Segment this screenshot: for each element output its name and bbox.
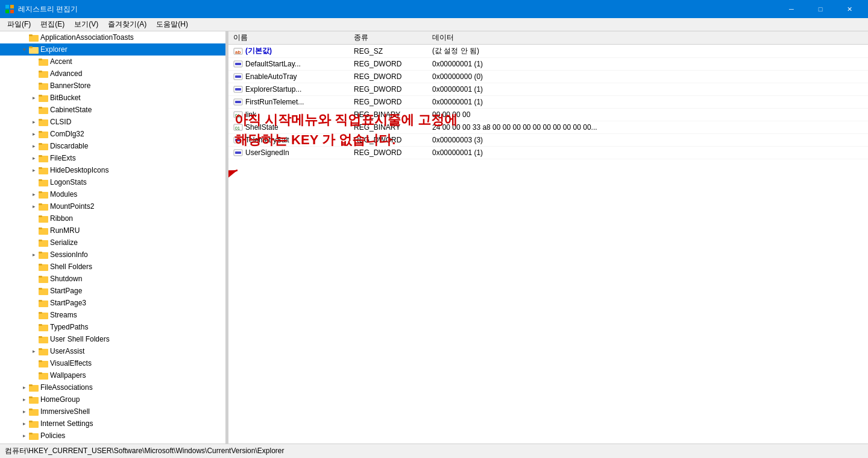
col-name[interactable]: 이름 xyxy=(228,31,349,45)
expand-icon-appAssocToasts[interactable] xyxy=(19,33,29,42)
menu-view[interactable]: 보기(V) xyxy=(69,18,103,31)
tree-item-serialize[interactable]: Serialize xyxy=(0,237,225,249)
tree-item-advanced[interactable]: Advanced xyxy=(0,68,225,80)
expand-icon-bitbucket[interactable]: ▸ xyxy=(29,93,39,103)
tree-item-comdlg32[interactable]: ▸ ComDlg32 xyxy=(0,128,225,140)
menu-edit[interactable]: 편집(E) xyxy=(36,18,69,31)
table-row[interactable]: ExplorerStartup...REG_DWORD0x00000001 (1… xyxy=(228,83,868,96)
tree-item-explorer[interactable]: ▾ Explorer xyxy=(0,43,225,56)
tree-item-bannerstore[interactable]: BannerStore xyxy=(0,80,225,92)
expand-icon-policies[interactable]: ▸ xyxy=(19,431,29,441)
svg-rect-39 xyxy=(39,131,42,133)
expand-icon-explorer[interactable]: ▾ xyxy=(19,45,29,54)
tree-label-startpage3: StartPage3 xyxy=(50,299,86,307)
col-type[interactable]: 종류 xyxy=(349,31,427,45)
expand-icon-fileexts[interactable]: ▸ xyxy=(29,153,39,163)
tree-item-homegroup[interactable]: ▸ HomeGroup xyxy=(0,393,225,406)
reg-type: REG_DWORD xyxy=(349,83,427,96)
tree-item-fileassociations[interactable]: ▸ FileAssociations xyxy=(0,381,225,393)
tree-item-pushnotifications[interactable]: ▸ PushNotifications xyxy=(0,442,225,444)
tree-item-bitbucket[interactable]: ▸ BitBucket xyxy=(0,92,225,104)
expand-icon-logonstats[interactable] xyxy=(29,177,39,187)
expand-icon-usershellfolders[interactable] xyxy=(29,334,39,344)
table-row[interactable]: FirstRunTelemet...REG_DWORD0x00000001 (1… xyxy=(228,96,868,109)
expand-icon-serialize[interactable] xyxy=(29,238,39,247)
tree-item-fileexts[interactable]: ▸ FileExts xyxy=(0,152,225,164)
tree-item-logonstats[interactable]: LogonStats xyxy=(0,176,225,188)
close-button[interactable]: ✕ xyxy=(835,0,863,18)
expand-icon-cabinetstate[interactable] xyxy=(29,105,39,115)
tree-item-wallpapers[interactable]: Wallpapers xyxy=(0,369,225,381)
tree-item-shutdown[interactable]: Shutdown xyxy=(0,273,225,285)
tree-item-typedpaths[interactable]: TypedPaths xyxy=(0,321,225,333)
tree-item-streams[interactable]: Streams xyxy=(0,309,225,321)
tree-item-hidedesktopicons[interactable]: ▸ HideDesktopIcons xyxy=(0,164,225,176)
expand-icon-clsid[interactable]: ▸ xyxy=(29,117,39,127)
folder-icon-internetsettings xyxy=(29,419,39,428)
expand-icon-startpage3[interactable] xyxy=(29,298,39,308)
detail-scroll[interactable]: 이름 종류 데이터 ab (기본값)REG_SZ(값 설정 안 됨) Defau… xyxy=(228,31,868,444)
expand-icon-userassist[interactable]: ▸ xyxy=(29,346,39,356)
expand-icon-typedpaths[interactable] xyxy=(29,322,39,332)
tree-item-runmru[interactable]: RunMRU xyxy=(0,224,225,237)
tree-item-policies[interactable]: ▸ Policies xyxy=(0,430,225,442)
tree-item-appAssocToasts[interactable]: ApplicationAssociationToasts xyxy=(0,31,225,43)
expand-icon-sessioninfo[interactable]: ▸ xyxy=(29,250,39,259)
tree-item-startpage[interactable]: StartPage xyxy=(0,285,225,297)
menu-favorites[interactable]: 즐겨찾기(A) xyxy=(103,18,151,31)
tree-scroll[interactable]: ▾ Windows▾ CurrentVersion▸ Applets Appli… xyxy=(0,31,225,444)
expand-icon-discardable[interactable]: ▸ xyxy=(29,141,39,151)
tree-label-immersiveshell: ImmersiveShell xyxy=(40,407,90,416)
tree-item-cabinetstate[interactable]: CabinetState xyxy=(0,104,225,116)
tree-item-ribbon[interactable]: Ribbon xyxy=(0,212,225,224)
svg-rect-96 xyxy=(39,360,42,362)
table-row[interactable]: DefaultStartLay...REG_DWORD0x00000001 (1… xyxy=(228,58,868,71)
svg-rect-21 xyxy=(39,59,42,60)
tree-item-mountpoints2[interactable]: ▸ MountPoints2 xyxy=(0,200,225,212)
expand-icon-wallpapers[interactable] xyxy=(29,371,39,380)
expand-icon-pushnotifications[interactable]: ▸ xyxy=(19,443,29,444)
expand-icon-visualeffects[interactable] xyxy=(29,358,39,368)
expand-icon-shutdown[interactable] xyxy=(29,274,39,284)
table-row[interactable]: ab (기본값)REG_SZ(값 설정 안 됨) xyxy=(228,45,868,58)
maximize-button[interactable]: □ xyxy=(807,0,834,18)
expand-icon-homegroup[interactable]: ▸ xyxy=(19,395,29,404)
expand-icon-modules[interactable]: ▸ xyxy=(29,189,39,199)
expand-icon-accent[interactable] xyxy=(29,57,39,66)
tree-item-sessioninfo[interactable]: ▸ SessionInfo xyxy=(0,249,225,261)
expand-icon-hidedesktopicons[interactable]: ▸ xyxy=(29,165,39,175)
expand-icon-internetsettings[interactable]: ▸ xyxy=(19,419,29,428)
expand-icon-fileassociations[interactable]: ▸ xyxy=(19,383,29,392)
col-data[interactable]: 데이터 xyxy=(427,31,868,45)
expand-icon-runmru[interactable] xyxy=(29,226,39,235)
tree-item-internetsettings[interactable]: ▸ Internet Settings xyxy=(0,418,225,430)
tree-item-discardable[interactable]: ▸ Discardable xyxy=(0,140,225,152)
reg-name-cell: 01 ShellState xyxy=(228,121,349,134)
expand-icon-comdlg32[interactable]: ▸ xyxy=(29,129,39,139)
minimize-button[interactable]: ─ xyxy=(778,0,805,18)
expand-icon-ribbon[interactable] xyxy=(29,214,39,223)
table-row[interactable]: UserSignedInREG_DWORD0x00000001 (1) xyxy=(228,147,868,159)
tree-item-userassist[interactable]: ▸ UserAssist xyxy=(0,345,225,357)
expand-icon-advanced[interactable] xyxy=(29,69,39,78)
tree-item-usershellfolders[interactable]: User Shell Folders xyxy=(0,333,225,345)
tree-item-accent[interactable]: Accent xyxy=(0,56,225,68)
expand-icon-immersiveshell[interactable]: ▸ xyxy=(19,407,29,416)
table-row[interactable]: 01 ShellStateREG_BINARY24 00 00 00 33 a8… xyxy=(228,121,868,134)
table-row[interactable]: EnableAutoTrayREG_DWORD0x00000000 (0) xyxy=(228,71,868,83)
expand-icon-bannerstore[interactable] xyxy=(29,81,39,91)
table-row[interactable]: TelemetrySaltREG_DWORD0x00000003 (3) xyxy=(228,134,868,147)
tree-item-clsid[interactable]: ▸ CLSID xyxy=(0,116,225,128)
expand-icon-startpage[interactable] xyxy=(29,286,39,296)
menu-file[interactable]: 파일(F) xyxy=(2,18,36,31)
tree-item-visualeffects[interactable]: VisualEffects xyxy=(0,357,225,369)
expand-icon-mountpoints2[interactable]: ▸ xyxy=(29,202,39,211)
expand-icon-streams[interactable] xyxy=(29,310,39,320)
tree-item-immersiveshell[interactable]: ▸ ImmersiveShell xyxy=(0,406,225,418)
tree-item-modules[interactable]: ▸ Modules xyxy=(0,188,225,200)
tree-item-shellfolders[interactable]: Shell Folders xyxy=(0,261,225,273)
table-row[interactable]: 01 linkREG_BINARY00 00 00 00 xyxy=(228,109,868,121)
expand-icon-shellfolders[interactable] xyxy=(29,262,39,272)
menu-help[interactable]: 도움말(H) xyxy=(151,18,193,31)
tree-item-startpage3[interactable]: StartPage3 xyxy=(0,297,225,309)
